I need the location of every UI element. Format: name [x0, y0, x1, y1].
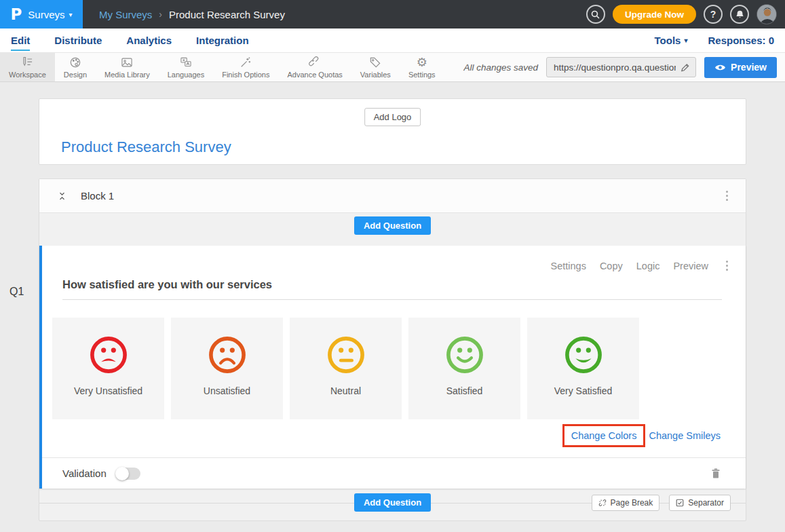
product-menu-label: Surveys	[28, 9, 64, 20]
gear-icon: ⚙	[417, 56, 427, 69]
page-break-button[interactable]: Page Break	[592, 495, 660, 511]
responses-count: Responses: 0	[708, 35, 774, 46]
tag-icon	[368, 56, 382, 69]
palette-icon	[69, 56, 82, 69]
toolbar-item-languages[interactable]: Languages	[159, 53, 213, 81]
tab-edit[interactable]: Edit	[11, 30, 30, 51]
toolbar-item-label: Workspace	[9, 71, 46, 79]
survey-header-card: Add Logo Product Research Survey	[39, 98, 746, 165]
annotation-highlight-box: Change Colors	[562, 424, 646, 447]
toolbar-item-design[interactable]: Design	[55, 53, 96, 81]
eye-icon	[714, 63, 726, 72]
add-logo-button[interactable]: Add Logo	[364, 108, 421, 126]
toolbar-item-workspace[interactable]: Workspace	[0, 53, 55, 81]
validation-row: Validation	[42, 457, 746, 489]
toolbar-item-label: Finish Options	[222, 71, 269, 79]
section-tabs-bar: Edit Distribute Analytics Integration To…	[0, 28, 785, 53]
questionpro-logo: P	[10, 7, 22, 22]
option-satisfied[interactable]: Satisfied	[408, 318, 520, 419]
notifications-button[interactable]	[730, 5, 749, 24]
toolbar-item-settings[interactable]: ⚙ Settings	[400, 53, 444, 81]
block-menu-kebab-icon[interactable]	[723, 188, 731, 204]
question-menu-kebab-icon[interactable]	[723, 258, 731, 273]
add-question-button-top[interactable]: Add Question	[354, 216, 431, 235]
option-neutral[interactable]: Neutral	[290, 318, 402, 419]
toolbar-item-label: Variables	[360, 71, 391, 79]
option-label: Very Satisfied	[554, 385, 613, 396]
satisfied-smiley-icon	[444, 334, 486, 376]
toolbar-item-label: Media Library	[104, 71, 150, 79]
help-button[interactable]: ?	[704, 5, 723, 24]
neutral-smiley-icon	[325, 334, 367, 376]
avatar-photo	[757, 5, 777, 24]
breadcrumb: My Surveys › Product Research Survey	[99, 9, 285, 20]
survey-url-input[interactable]	[554, 62, 676, 73]
magic-wand-icon	[239, 56, 252, 69]
question-number: Q1	[9, 286, 24, 298]
top-navigation-bar: P Surveys ▾ My Surveys › Product Researc…	[0, 0, 785, 28]
question-settings-link[interactable]: Settings	[550, 261, 586, 271]
add-question-button-bottom[interactable]: Add Question	[354, 493, 431, 512]
option-label: Satisfied	[446, 385, 483, 396]
chain-links-icon	[308, 56, 322, 69]
validation-label: Validation	[62, 468, 107, 479]
toolbar-item-label: Languages	[168, 71, 204, 79]
toolbar-item-label: Settings	[408, 71, 436, 79]
chevron-down-icon: ▾	[684, 37, 687, 44]
option-label: Neutral	[330, 385, 361, 396]
survey-title[interactable]: Product Research Survey	[61, 138, 231, 156]
help-icon: ?	[710, 9, 716, 20]
tab-distribute[interactable]: Distribute	[54, 30, 102, 51]
add-question-strip-bottom: Add Question Page Break Separator	[39, 491, 746, 514]
checkbox-checked-icon	[676, 499, 684, 507]
option-unsatisfied[interactable]: Unsatisfied	[171, 318, 283, 419]
toolbar-item-variables[interactable]: Variables	[351, 53, 400, 81]
block-container: Block 1 Add Question Settings Copy Logic…	[39, 178, 746, 521]
toolbar-item-advance-quotas[interactable]: Advance Quotas	[278, 53, 351, 81]
question-card: Settings Copy Logic Preview How satisfie…	[39, 246, 746, 489]
separator-label: Separator	[688, 498, 724, 508]
save-status: All changes saved	[463, 62, 538, 73]
question-preview-link[interactable]: Preview	[673, 261, 708, 271]
delete-question-button[interactable]	[710, 468, 721, 480]
bell-icon	[735, 10, 745, 20]
edit-url-button[interactable]	[680, 62, 690, 73]
unsatisfied-smiley-icon	[206, 334, 248, 376]
breadcrumb-separator-icon: ›	[159, 9, 162, 20]
tools-label: Tools	[655, 35, 681, 46]
very-unsatisfied-smiley-icon	[88, 334, 130, 376]
option-very-satisfied[interactable]: Very Satisfied	[527, 318, 639, 419]
preview-button[interactable]: Preview	[704, 57, 777, 78]
question-actions: Settings Copy Logic Preview	[550, 258, 731, 273]
broken-link-icon	[598, 499, 607, 507]
toolbar-item-media-library[interactable]: Media Library	[96, 53, 159, 81]
trash-icon	[710, 468, 721, 480]
product-switcher[interactable]: P Surveys ▾	[0, 0, 83, 28]
tab-analytics[interactable]: Analytics	[126, 30, 172, 51]
image-icon	[120, 56, 134, 69]
search-button[interactable]	[586, 5, 605, 24]
option-very-unsatisfied[interactable]: Very Unsatisfied	[52, 318, 164, 419]
editor-toolbar: Workspace Design Media Library Languages…	[0, 53, 785, 82]
question-copy-link[interactable]: Copy	[600, 261, 623, 271]
question-logic-link[interactable]: Logic	[636, 261, 660, 271]
change-smileys-link[interactable]: Change Smileys	[649, 430, 721, 441]
change-colors-link[interactable]: Change Colors	[571, 430, 637, 441]
toolbar-item-finish-options[interactable]: Finish Options	[213, 53, 278, 81]
option-label: Unsatisfied	[204, 385, 250, 396]
page-break-label: Page Break	[611, 498, 653, 508]
upgrade-now-button[interactable]: Upgrade Now	[613, 5, 696, 24]
block-title[interactable]: Block 1	[81, 190, 114, 202]
breadcrumb-parent-link[interactable]: My Surveys	[99, 9, 152, 20]
collapse-block-icon[interactable]	[57, 189, 67, 203]
workspace-list-pencil-icon	[20, 56, 34, 69]
chevron-down-icon: ▾	[69, 11, 73, 18]
user-avatar[interactable]	[757, 4, 777, 24]
validation-toggle[interactable]	[116, 468, 140, 480]
workspace-canvas: Q1 Add Logo Product Research Survey Bloc…	[0, 82, 785, 532]
tools-menu[interactable]: Tools ▾	[655, 35, 688, 46]
tab-integration[interactable]: Integration	[196, 30, 249, 51]
preview-label: Preview	[731, 62, 767, 73]
search-icon	[590, 10, 600, 20]
separator-button[interactable]: Separator	[669, 495, 731, 511]
